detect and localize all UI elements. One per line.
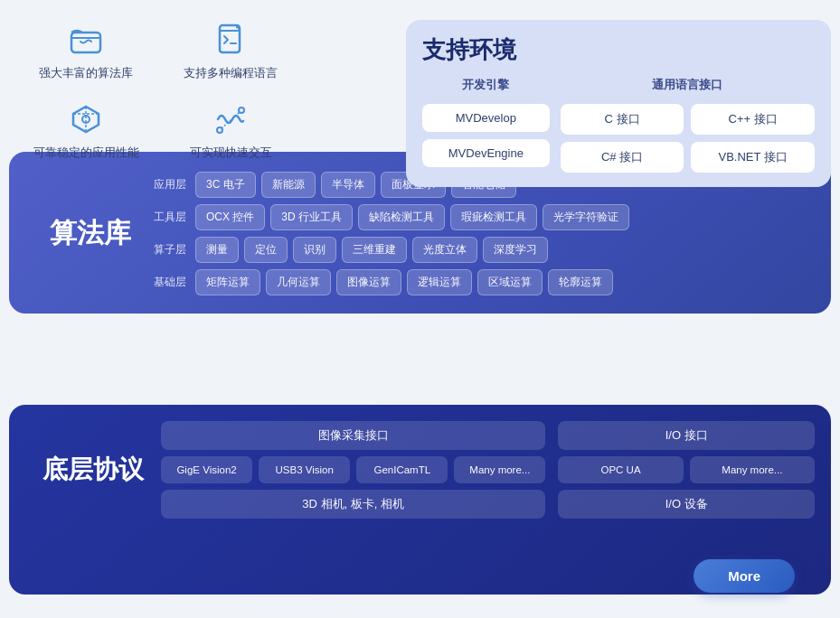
api-row2: C# 接口 VB.NET 接口 bbox=[561, 142, 815, 173]
algo-row-0-label: 应用层 bbox=[154, 177, 188, 192]
badge-image-more: Many more... bbox=[454, 456, 545, 483]
tag-3d-tool: 3D 行业工具 bbox=[270, 204, 353, 230]
mvdevelop-badge: MVDevelop bbox=[422, 104, 550, 132]
tag-optical-char: 光学字符验证 bbox=[543, 204, 629, 230]
protocol-title: 底层协议 bbox=[25, 453, 161, 487]
algo-row-1-label: 工具层 bbox=[154, 210, 188, 225]
feature-fast-interact: 可实现快速交互 bbox=[181, 99, 280, 161]
algo-row-2-label: 算子层 bbox=[154, 242, 188, 258]
algo-row-2-tags: 测量 定位 识别 三维重建 光度立体 深度学习 bbox=[195, 237, 548, 263]
tag-defect-detect: 缺陷检测工具 bbox=[358, 204, 445, 230]
algo-row-1-tags: OCX 控件 3D 行业工具 缺陷检测工具 瑕疵检测工具 光学字符验证 bbox=[195, 204, 629, 230]
tag-new-energy: 新能源 bbox=[261, 172, 316, 198]
support-env-title: 支持环境 bbox=[422, 34, 815, 66]
feature-fast-interact-label: 可实现快速交互 bbox=[190, 145, 272, 161]
support-env-panel: 支持环境 开发引擎 MVDevelop MVDevEngine 通用语言接口 C… bbox=[406, 20, 831, 187]
algo-row-3: 基础层 矩阵运算 几何运算 图像运算 逻辑运算 区域运算 轮廓运算 bbox=[154, 269, 815, 295]
io-bottom: I/O 设备 bbox=[558, 490, 815, 519]
tag-geometry: 几何运算 bbox=[266, 269, 331, 295]
algo-row-3-tags: 矩阵运算 几何运算 图像运算 逻辑运算 区域运算 轮廓运算 bbox=[195, 269, 613, 295]
support-env-grid: 开发引擎 MVDevelop MVDevEngine 通用语言接口 C 接口 C… bbox=[422, 77, 815, 173]
more-button[interactable]: More bbox=[694, 559, 795, 593]
feature-algo-lib: 强大丰富的算法库 bbox=[36, 20, 136, 81]
io-badges: OPC UA Many more... bbox=[558, 456, 815, 483]
vbnet-interface-badge: VB.NET 接口 bbox=[691, 142, 815, 173]
feature-algo-lib-label: 强大丰富的算法库 bbox=[39, 65, 133, 81]
mvdevengine-badge: MVDevEngine bbox=[422, 139, 550, 167]
ide-column: 开发引擎 MVDevelop MVDevEngine bbox=[422, 77, 550, 173]
image-acq-title: 图像采集接口 bbox=[161, 421, 545, 450]
ide-column-title: 开发引擎 bbox=[422, 77, 550, 93]
algo-title: 算法库 bbox=[27, 215, 154, 252]
c-interface-badge: C 接口 bbox=[561, 104, 684, 135]
tag-ocx: OCX 控件 bbox=[195, 204, 265, 230]
tag-image-ops: 图像运算 bbox=[336, 269, 401, 295]
image-acq-badges: GigE Vision2 USB3 Vision GenICamTL Many … bbox=[161, 456, 545, 483]
badge-usb3: USB3 Vision bbox=[259, 456, 350, 483]
feature-multi-lang: 支持多种编程语言 bbox=[181, 20, 280, 81]
algo-row-1: 工具层 OCX 控件 3D 行业工具 缺陷检测工具 瑕疵检测工具 光学字符验证 bbox=[154, 204, 815, 230]
page-container: 强大丰富的算法库 支持多种编程语言 bbox=[0, 0, 840, 618]
tag-logic-ops: 逻辑运算 bbox=[407, 269, 472, 295]
feature-stable-app: 可靠稳定的应用性能 bbox=[36, 99, 136, 161]
cube-icon bbox=[66, 99, 106, 139]
tag-3c: 3C 电子 bbox=[195, 172, 256, 198]
api-column: 通用语言接口 C 接口 C++ 接口 C# 接口 VB.NET 接口 bbox=[561, 77, 815, 173]
protocol-content: 图像采集接口 GigE Vision2 USB3 Vision GenICamT… bbox=[161, 421, 815, 519]
algo-row-2: 算子层 测量 定位 识别 三维重建 光度立体 深度学习 bbox=[154, 237, 815, 263]
tag-measure: 测量 bbox=[195, 237, 239, 263]
api-column-title: 通用语言接口 bbox=[561, 77, 815, 93]
algo-row-3-label: 基础层 bbox=[154, 275, 188, 290]
feature-multi-lang-label: 支持多种编程语言 bbox=[184, 65, 278, 81]
image-bottom: 3D 相机, 板卡, 相机 bbox=[161, 490, 545, 519]
tag-contour-ops: 轮廓运算 bbox=[548, 269, 613, 295]
badge-opcua: OPC UA bbox=[558, 456, 683, 483]
cpp-interface-badge: C++ 接口 bbox=[691, 104, 815, 135]
badge-io-more: Many more... bbox=[690, 456, 815, 483]
tag-region-ops: 区域运算 bbox=[477, 269, 543, 295]
tag-matrix: 矩阵运算 bbox=[195, 269, 260, 295]
tag-semiconductor: 半导体 bbox=[321, 172, 375, 198]
tag-flaw-detect: 瑕疵检测工具 bbox=[450, 204, 537, 230]
image-acq-col: 图像采集接口 GigE Vision2 USB3 Vision GenICamT… bbox=[161, 421, 545, 519]
io-col: I/O 接口 OPC UA Many more... I/O 设备 bbox=[558, 421, 815, 519]
tag-photometric: 光度立体 bbox=[412, 237, 477, 263]
svg-rect-1 bbox=[220, 25, 240, 52]
code-doc-icon bbox=[211, 20, 250, 60]
badge-gige: GigE Vision2 bbox=[161, 456, 252, 483]
algo-rows: 应用层 3C 电子 新能源 半导体 面板显示 智能仓储 工具层 OCX 控件 3… bbox=[154, 172, 815, 295]
more-button-container: More bbox=[694, 559, 795, 593]
wave-interact-icon bbox=[211, 99, 250, 139]
tag-3d-rebuild: 三维重建 bbox=[342, 237, 407, 263]
api-row1: C 接口 C++ 接口 bbox=[561, 104, 815, 135]
io-title: I/O 接口 bbox=[558, 421, 815, 450]
svg-point-4 bbox=[239, 108, 244, 113]
csharp-interface-badge: C# 接口 bbox=[561, 142, 684, 173]
feature-stable-app-label: 可靠稳定的应用性能 bbox=[33, 145, 139, 161]
badge-genicam: GenICamTL bbox=[356, 456, 448, 483]
tag-deep-learn: 深度学习 bbox=[483, 237, 548, 263]
tag-locate: 定位 bbox=[244, 237, 288, 263]
folder-wave-icon bbox=[66, 20, 106, 60]
tag-recognize: 识别 bbox=[293, 237, 336, 263]
